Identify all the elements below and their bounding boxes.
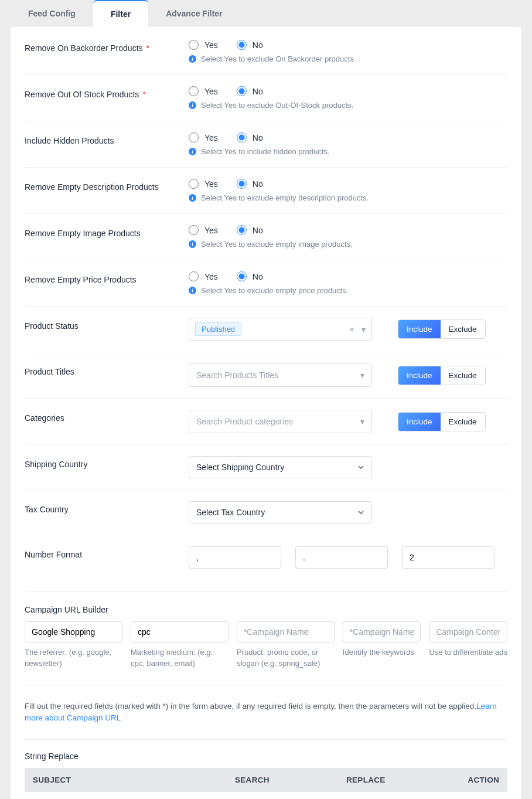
label-empty-desc: Remove Empty Description Products bbox=[25, 182, 159, 192]
oos-no[interactable]: No bbox=[237, 86, 263, 96]
utm-content-input[interactable] bbox=[429, 621, 507, 642]
info-icon: i bbox=[189, 194, 196, 202]
string-replace-title: String Replace bbox=[25, 752, 507, 761]
label-backorder: Remove On Backorder Products bbox=[25, 43, 143, 53]
empty-img-yes[interactable]: Yes bbox=[189, 225, 218, 235]
utm-campaign-hint: Product, promo code, or slogan (e.g. spr… bbox=[237, 647, 335, 669]
label-empty-price: Remove Empty Price Products bbox=[25, 275, 137, 284]
utm-campaign-input[interactable] bbox=[237, 621, 335, 642]
hidden-yes[interactable]: Yes bbox=[189, 132, 218, 142]
help-backorder: Select Yes to exclude On Backorder produ… bbox=[201, 55, 356, 63]
info-icon: i bbox=[189, 287, 196, 294]
utm-term-input[interactable] bbox=[343, 621, 421, 642]
divider bbox=[25, 685, 507, 685]
row-product-titles: Product Titles Search Products Titles ▾ … bbox=[25, 352, 507, 399]
help-hidden: Select Yes to include hidden products. bbox=[201, 147, 330, 156]
chevron-down-icon: ▾ bbox=[360, 417, 364, 426]
status-exclude-button[interactable]: Exclude bbox=[441, 320, 485, 338]
titles-toggle: Include Exclude bbox=[398, 366, 486, 385]
label-shipping-country: Shipping Country bbox=[25, 460, 87, 469]
label-empty-img: Remove Empty Image Products bbox=[25, 229, 141, 238]
label-hidden: Include Hidden Products bbox=[25, 136, 114, 145]
label-oos: Remove Out Of Stock Products bbox=[25, 90, 139, 99]
titles-exclude-button[interactable]: Exclude bbox=[441, 366, 485, 385]
help-empty-img: Select Yes to exclude empty image produc… bbox=[201, 240, 353, 249]
tax-country-select[interactable]: Select Tax Country bbox=[189, 501, 372, 523]
label-tax-country: Tax Country bbox=[25, 505, 69, 514]
campaign-note: Fill out the required fields (marked wit… bbox=[25, 701, 507, 725]
label-product-titles: Product Titles bbox=[25, 367, 74, 376]
info-icon: i bbox=[189, 55, 196, 63]
utm-grid: The referrer: (e.g. google, newsletter) … bbox=[25, 621, 507, 669]
empty-desc-no[interactable]: No bbox=[237, 179, 263, 189]
backorder-yes[interactable]: Yes bbox=[189, 40, 218, 50]
campaign-title: Campaign URL Builder bbox=[25, 605, 507, 614]
row-number-format: Number Format bbox=[25, 535, 507, 580]
row-categories: Categories Search Product categories ▾ I… bbox=[25, 399, 507, 445]
row-tax-country: Tax Country Select Tax Country bbox=[25, 490, 507, 535]
divider bbox=[25, 739, 507, 740]
categories-toggle: Include Exclude bbox=[398, 412, 486, 431]
tab-advance-filter[interactable]: Advance Filter bbox=[148, 0, 240, 27]
required-mark: * bbox=[140, 90, 145, 99]
info-icon: i bbox=[189, 101, 196, 109]
decimal-precision-input[interactable] bbox=[402, 546, 495, 569]
row-empty-img: Remove Empty Image Products Yes No iSele… bbox=[25, 214, 507, 260]
shipping-country-select[interactable]: Select Shipping Country bbox=[189, 456, 372, 478]
empty-desc-yes[interactable]: Yes bbox=[189, 179, 218, 189]
utm-term-hint: Identify the keywords bbox=[343, 647, 421, 658]
info-icon: i bbox=[189, 148, 196, 155]
chevron-down-icon: ▾ bbox=[360, 370, 364, 380]
help-empty-price: Select Yes to exclude empty price produc… bbox=[201, 286, 348, 295]
clear-icon[interactable]: × bbox=[346, 324, 358, 334]
row-shipping-country: Shipping Country Select Shipping Country bbox=[25, 445, 507, 490]
row-hidden: Include Hidden Products Yes No iSelect Y… bbox=[25, 121, 507, 168]
th-search: SEARCH bbox=[235, 776, 346, 784]
categories-select[interactable]: Search Product categories ▾ bbox=[189, 410, 372, 433]
row-product-status: Product Status Published × ▾ Include Exc… bbox=[25, 307, 507, 352]
empty-price-yes[interactable]: Yes bbox=[189, 271, 218, 281]
status-include-button[interactable]: Include bbox=[398, 320, 441, 338]
thousands-separator-input[interactable] bbox=[189, 546, 281, 569]
string-replace-header: SUBJECT SEARCH REPLACE ACTION bbox=[25, 768, 507, 792]
label-categories: Categories bbox=[25, 413, 64, 423]
required-mark: * bbox=[144, 43, 149, 53]
tab-feed-config[interactable]: Feed Config bbox=[11, 0, 93, 27]
status-chip-published[interactable]: Published bbox=[195, 322, 241, 336]
categories-placeholder: Search Product categories bbox=[196, 417, 293, 426]
th-replace: REPLACE bbox=[346, 776, 462, 784]
tabs: Feed Config Filter Advance Filter bbox=[11, 0, 521, 27]
label-product-status: Product Status bbox=[25, 321, 79, 331]
hidden-no[interactable]: No bbox=[237, 132, 263, 142]
info-icon: i bbox=[189, 240, 196, 248]
utm-source-hint: The referrer: (e.g. google, newsletter) bbox=[25, 647, 122, 669]
categories-include-button[interactable]: Include bbox=[398, 413, 441, 431]
oos-yes[interactable]: Yes bbox=[189, 86, 218, 96]
decimal-separator-input[interactable] bbox=[295, 546, 388, 569]
help-empty-desc: Select Yes to exclude empty description … bbox=[201, 193, 369, 202]
titles-include-button[interactable]: Include bbox=[398, 366, 441, 385]
tab-filter[interactable]: Filter bbox=[93, 0, 148, 27]
chevron-down-icon[interactable]: ▾ bbox=[362, 325, 366, 334]
utm-source-input[interactable] bbox=[25, 621, 122, 642]
product-status-select[interactable]: Published × ▾ bbox=[189, 318, 372, 341]
utm-medium-hint: Marketing medium: (e.g. cpc, banner, ema… bbox=[131, 647, 229, 669]
utm-medium-input[interactable] bbox=[131, 621, 229, 642]
product-titles-select[interactable]: Search Products Titles ▾ bbox=[189, 363, 372, 387]
row-backorder: Remove On Backorder Products * Yes No iS… bbox=[25, 40, 507, 75]
titles-placeholder: Search Products Titles bbox=[196, 370, 278, 380]
utm-content-hint: Use to differentiate ads bbox=[429, 647, 507, 658]
row-oos: Remove Out Of Stock Products * Yes No iS… bbox=[25, 75, 507, 121]
empty-img-no[interactable]: No bbox=[237, 225, 263, 235]
help-oos: Select Yes to exclude Out-Of-Stock produ… bbox=[201, 101, 353, 110]
empty-price-no[interactable]: No bbox=[237, 271, 263, 281]
th-subject: SUBJECT bbox=[33, 776, 235, 784]
status-toggle: Include Exclude bbox=[398, 319, 486, 339]
label-number-format: Number Format bbox=[25, 550, 82, 559]
th-action: ACTION bbox=[462, 776, 499, 784]
row-empty-price: Remove Empty Price Products Yes No iSele… bbox=[25, 260, 507, 307]
filter-panel: Remove On Backorder Products * Yes No iS… bbox=[11, 27, 521, 799]
categories-exclude-button[interactable]: Exclude bbox=[441, 413, 485, 431]
backorder-no[interactable]: No bbox=[237, 40, 263, 50]
string-replace-row: Select value bbox=[25, 792, 507, 799]
